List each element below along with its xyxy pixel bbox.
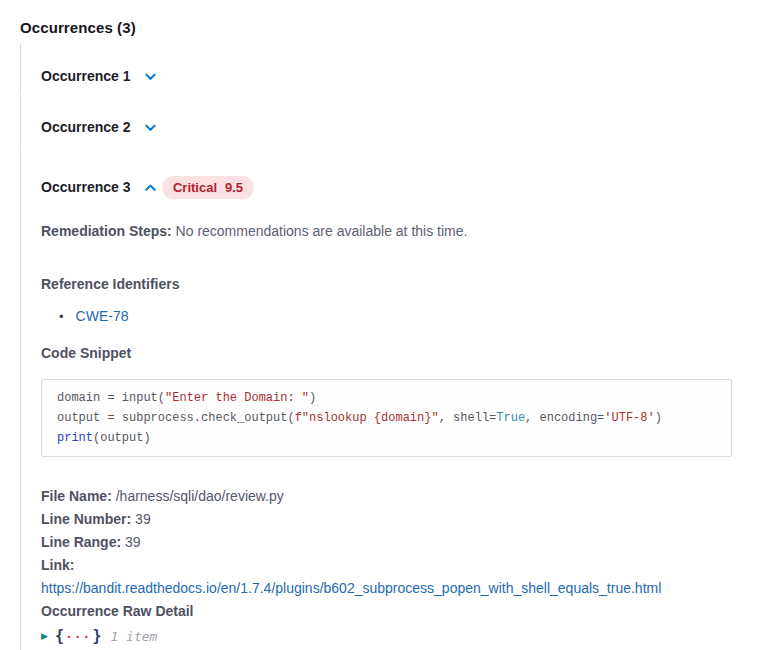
line-range-value: 39 [121, 534, 140, 550]
reference-list-item: CWE-78 [59, 308, 751, 325]
severity-badge: Critical 9.5 [162, 176, 254, 199]
occurrence-card-2: Occurrence 2 [20, 95, 751, 144]
line-range-label: Line Range: [41, 534, 121, 550]
link-label-row: Link: [41, 554, 751, 577]
json-brace-close: } [92, 627, 101, 645]
code-line: output = subprocess.check_output(f"nsloo… [57, 408, 716, 428]
occurrence-1-toggle[interactable]: Occurrence 1 [41, 68, 158, 84]
remediation-steps: Remediation Steps: No recommendations ar… [41, 223, 751, 240]
chevron-up-icon[interactable] [143, 180, 158, 195]
link-url-row: https://bandit.readthedocs.io/en/1.7.4/p… [41, 577, 751, 600]
code-snippet-heading: Code Snippet [41, 345, 751, 361]
line-number-value: 39 [131, 511, 150, 527]
file-name-row: File Name: /harness/sqli/dao/review.py [41, 485, 751, 508]
bullet-icon [59, 308, 64, 325]
occurrence-2-toggle[interactable]: Occurrence 2 [41, 119, 158, 135]
occurrence-details: File Name: /harness/sqli/dao/review.py L… [41, 485, 751, 623]
severity-score: 9.5 [225, 180, 243, 195]
chevron-down-icon[interactable] [143, 69, 158, 84]
reference-identifiers-heading: Reference Identifiers [41, 276, 751, 292]
triangle-right-icon[interactable]: ▶ [41, 632, 48, 641]
json-collapsed-dots[interactable]: ... [65, 626, 91, 641]
file-name-label: File Name: [41, 488, 112, 504]
bandit-doc-link[interactable]: https://bandit.readthedocs.io/en/1.7.4/p… [41, 580, 661, 596]
occurrences-panel: Occurrences (3) Occurrence 1 Occurrence … [0, 0, 771, 650]
line-range-row: Line Range: 39 [41, 531, 751, 554]
severity-label: Critical [173, 180, 217, 195]
remediation-label: Remediation Steps: [41, 223, 172, 239]
page-title: Occurrences (3) [20, 19, 751, 36]
json-item-count: 1 item [110, 629, 157, 644]
line-number-row: Line Number: 39 [41, 508, 751, 531]
occurrence-label: Occurrence 2 [41, 119, 131, 135]
line-number-label: Line Number: [41, 511, 131, 527]
cwe-link[interactable]: CWE-78 [76, 308, 129, 325]
file-name-value: /harness/sqli/dao/review.py [112, 488, 284, 504]
chevron-down-icon[interactable] [143, 120, 158, 135]
json-brace-open: { [55, 627, 64, 645]
remediation-text: No recommendations are available at this… [172, 223, 468, 239]
code-line: domain = input("Enter the Domain: ") [57, 388, 716, 408]
occurrence-card-1: Occurrence 1 [20, 44, 751, 93]
link-label: Link: [41, 557, 74, 573]
code-line: print(output) [57, 428, 716, 448]
occurrence-3-toggle[interactable]: Occurrence 3 [41, 179, 158, 195]
raw-detail-json-tree: ▶ { ... } 1 item [41, 627, 751, 645]
occurrence-raw-detail-heading: Occurrence Raw Detail [41, 600, 751, 623]
code-snippet-box: domain = input("Enter the Domain: ")outp… [41, 379, 732, 457]
occurrence-label: Occurrence 1 [41, 68, 131, 84]
occurrence-card-3: Occurrence 3 Critical 9.5 Remediation St… [20, 146, 751, 650]
occurrence-label: Occurrence 3 [41, 179, 131, 195]
